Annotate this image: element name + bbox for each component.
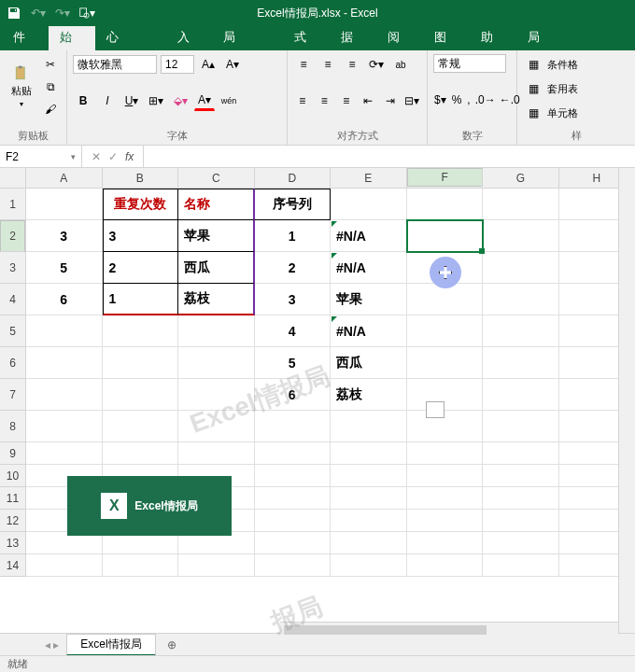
cell[interactable] bbox=[255, 554, 332, 577]
row-hdr[interactable]: 7 bbox=[0, 379, 25, 411]
align-center-icon[interactable]: ≡ bbox=[316, 91, 334, 111]
paste-options-icon[interactable] bbox=[426, 401, 444, 418]
cell[interactable]: #N/A bbox=[331, 252, 407, 284]
cell[interactable] bbox=[483, 284, 559, 315]
cell[interactable]: 荔枝 bbox=[331, 379, 407, 411]
cell[interactable] bbox=[483, 347, 559, 379]
percent-icon[interactable]: % bbox=[451, 90, 463, 110]
cell-style-icon[interactable]: ▦ bbox=[523, 103, 543, 123]
cell[interactable] bbox=[407, 510, 484, 532]
cell[interactable] bbox=[255, 510, 332, 532]
cell[interactable] bbox=[331, 189, 407, 220]
cell[interactable] bbox=[255, 465, 332, 487]
cell[interactable]: #N/A bbox=[331, 315, 407, 347]
cell[interactable] bbox=[26, 189, 103, 220]
cell[interactable] bbox=[407, 487, 484, 510]
sheet-nav[interactable]: ◂ ▸ bbox=[37, 638, 66, 651]
add-sheet-button[interactable]: ⊕ bbox=[162, 635, 182, 655]
font-name-select[interactable] bbox=[73, 55, 157, 74]
row-hdr[interactable]: 4 bbox=[0, 284, 25, 315]
cell[interactable] bbox=[331, 442, 407, 465]
cell[interactable] bbox=[407, 189, 484, 220]
font-color-button[interactable]: A▾ bbox=[194, 91, 215, 111]
cell[interactable] bbox=[331, 554, 407, 577]
cell[interactable] bbox=[331, 465, 407, 487]
cell[interactable] bbox=[407, 347, 484, 379]
name-box[interactable]: F2▾ bbox=[0, 146, 82, 167]
cell[interactable]: 5 bbox=[26, 252, 103, 284]
cell[interactable] bbox=[26, 315, 103, 347]
cell[interactable] bbox=[103, 442, 179, 465]
save-icon[interactable] bbox=[6, 5, 22, 21]
cell[interactable]: 4 bbox=[255, 315, 332, 347]
col-hdr[interactable]: G bbox=[483, 168, 559, 188]
cell[interactable] bbox=[26, 554, 103, 577]
cell[interactable] bbox=[178, 379, 255, 411]
decrease-font-icon[interactable]: A▾ bbox=[222, 54, 243, 75]
cell[interactable] bbox=[407, 315, 484, 347]
cell[interactable] bbox=[26, 347, 103, 379]
vertical-scrollbar[interactable] bbox=[618, 168, 635, 642]
align-middle-icon[interactable]: ≡ bbox=[318, 54, 338, 75]
cell[interactable] bbox=[26, 379, 103, 411]
cell[interactable]: #N/A bbox=[331, 220, 407, 252]
cell[interactable]: 西瓜 bbox=[178, 252, 255, 284]
row-hdr[interactable]: 13 bbox=[0, 532, 25, 554]
font-size-select[interactable] bbox=[161, 55, 194, 74]
undo-icon[interactable]: ↶▾ bbox=[30, 5, 47, 21]
merge-button[interactable]: ⊟▾ bbox=[403, 91, 422, 111]
cell[interactable] bbox=[26, 442, 103, 465]
increase-decimal-icon[interactable]: .0→ bbox=[475, 90, 496, 110]
conditional-format-icon[interactable]: ▦ bbox=[523, 54, 543, 75]
cell[interactable] bbox=[483, 220, 559, 252]
accept-formula-icon[interactable]: ✓ bbox=[108, 150, 118, 163]
cell[interactable] bbox=[331, 411, 407, 442]
col-hdr[interactable]: A bbox=[26, 168, 103, 188]
cell[interactable] bbox=[407, 411, 484, 442]
cell[interactable] bbox=[178, 442, 255, 465]
border-button[interactable]: ⊞▾ bbox=[146, 91, 166, 111]
cell[interactable] bbox=[103, 347, 179, 379]
redo-icon[interactable]: ↷▾ bbox=[54, 5, 71, 21]
row-hdr[interactable]: 9 bbox=[0, 442, 25, 465]
cell[interactable]: 6 bbox=[255, 379, 332, 411]
cell[interactable]: 3 bbox=[103, 220, 179, 252]
table-style-icon[interactable]: ▦ bbox=[523, 78, 543, 99]
cell[interactable]: 6 bbox=[26, 284, 103, 315]
align-top-icon[interactable]: ≡ bbox=[293, 54, 314, 75]
cell[interactable] bbox=[26, 411, 103, 442]
cell[interactable] bbox=[483, 252, 559, 284]
cell[interactable]: 序号列 bbox=[255, 189, 332, 220]
cell[interactable]: 2 bbox=[103, 252, 179, 284]
row-hdr[interactable]: 14 bbox=[0, 554, 25, 577]
cancel-formula-icon[interactable]: ✕ bbox=[92, 150, 101, 163]
cell[interactable] bbox=[331, 487, 407, 510]
cell[interactable]: 荔枝 bbox=[178, 284, 255, 315]
cell[interactable]: 1 bbox=[255, 220, 332, 252]
cell[interactable] bbox=[178, 347, 255, 379]
fill-color-button[interactable]: ⬙▾ bbox=[170, 91, 190, 111]
align-left-icon[interactable]: ≡ bbox=[293, 91, 312, 111]
fx-icon[interactable]: fx bbox=[125, 150, 134, 163]
cell[interactable] bbox=[103, 411, 179, 442]
cell[interactable] bbox=[407, 442, 484, 465]
align-bottom-icon[interactable]: ≡ bbox=[342, 54, 362, 75]
cell[interactable]: 重复次数 bbox=[103, 189, 179, 220]
increase-font-icon[interactable]: A▴ bbox=[198, 54, 219, 75]
cell[interactable] bbox=[483, 189, 559, 220]
currency-icon[interactable]: $▾ bbox=[433, 90, 447, 110]
cell[interactable] bbox=[483, 532, 559, 554]
row-hdr[interactable]: 3 bbox=[0, 252, 25, 284]
cell[interactable]: 名称 bbox=[178, 189, 255, 220]
cell[interactable]: 2 bbox=[255, 252, 332, 284]
cell[interactable] bbox=[483, 465, 559, 487]
cell[interactable]: 3 bbox=[255, 284, 332, 315]
cell[interactable]: 5 bbox=[255, 347, 332, 379]
cell[interactable] bbox=[255, 411, 332, 442]
italic-button[interactable]: I bbox=[97, 91, 118, 111]
horizontal-scrollbar[interactable] bbox=[280, 622, 618, 638]
phonetic-button[interactable]: wén bbox=[219, 91, 239, 111]
formula-input[interactable] bbox=[143, 146, 635, 167]
cell[interactable] bbox=[178, 554, 255, 577]
row-hdr[interactable]: 11 bbox=[0, 487, 25, 510]
